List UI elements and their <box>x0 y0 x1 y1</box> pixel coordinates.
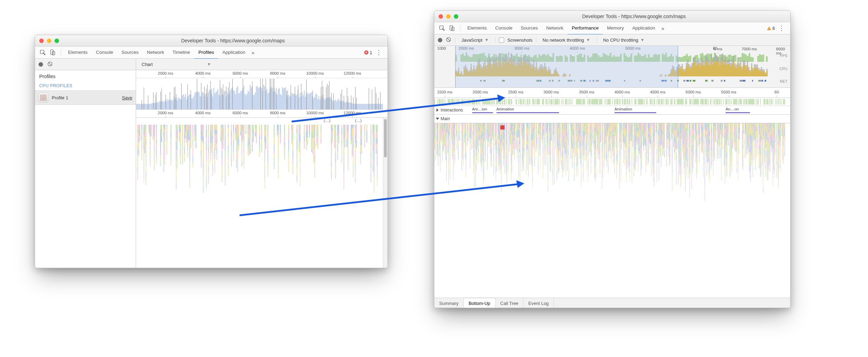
axis-tick: 6000 ms <box>233 71 248 75</box>
tab-elements[interactable]: Elements <box>64 47 92 58</box>
device-toggle-icon[interactable] <box>448 24 456 32</box>
axis-tick: 8000 ms <box>270 111 285 115</box>
disclosure-icon[interactable] <box>436 108 439 112</box>
tab-application[interactable]: Application <box>628 22 659 34</box>
profile-item[interactable]: Profile 1 Save <box>35 90 136 105</box>
overflow-chevron-icon[interactable]: » <box>249 50 256 56</box>
overview-left-tick: 1000 <box>437 46 446 50</box>
flame-top-label: (…) <box>355 118 361 123</box>
panel-tabs: ElementsConsoleSourcesNetworkTimelinePro… <box>35 47 387 59</box>
details-tab-event-log[interactable]: Event Log <box>524 298 554 308</box>
main-track-header[interactable]: Main <box>434 115 790 123</box>
zoom-axis[interactable]: 1500 ms2000 ms2500 ms3000 ms3500 ms4000 … <box>434 88 790 98</box>
axis-tick: 2000 ms <box>158 71 173 75</box>
axis-tick: 6000 ms <box>233 111 248 115</box>
tab-profiles[interactable]: Profiles <box>194 47 218 59</box>
minimize-icon[interactable] <box>47 39 51 43</box>
error-badge[interactable]: ✕1 <box>364 50 372 55</box>
window-title: Developer Tools - https://www.google.com… <box>461 14 786 19</box>
tab-performance[interactable]: Performance <box>568 22 603 35</box>
details-tabs: SummaryBottom-UpCall TreeEvent Log <box>434 298 790 308</box>
axis-tick: 4000 ms <box>195 71 210 75</box>
axis-tick: 4000 ms <box>195 111 210 115</box>
record-button[interactable] <box>39 62 43 67</box>
titlebar[interactable]: Developer Tools - https://www.google.com… <box>434 11 790 22</box>
animation-label: An…on <box>726 107 739 111</box>
inspect-icon[interactable] <box>39 48 47 57</box>
clear-button[interactable] <box>47 61 53 68</box>
settings-menu-icon[interactable]: ⋮ <box>777 24 787 32</box>
tab-network[interactable]: Network <box>143 47 168 58</box>
settings-menu-icon[interactable]: ⋮ <box>374 49 384 56</box>
axis-tick: 8000 ms <box>270 71 285 75</box>
capture-type-select[interactable]: JavaScript▼ <box>459 38 492 43</box>
zoom-icon[interactable] <box>55 39 59 43</box>
details-tab-bottom-up[interactable]: Bottom-Up <box>464 298 495 308</box>
cpu-throttle-select[interactable]: No CPU throttling▼ <box>600 38 647 43</box>
performance-toolbar: JavaScript▼ Screenshots No network throt… <box>434 34 790 46</box>
tab-elements[interactable]: Elements <box>463 22 491 34</box>
titlebar[interactable]: Developer Tools - https://www.google.com… <box>35 35 387 47</box>
tab-sources[interactable]: Sources <box>117 47 143 58</box>
animation-label: Animation <box>496 107 514 111</box>
fps-label: FPS <box>780 53 787 58</box>
window-title: Developer Tools - https://www.google.com… <box>62 38 383 43</box>
close-icon[interactable] <box>39 39 44 43</box>
overview-axis: 2000 ms4000 ms6000 ms8000 ms10000 ms1200… <box>136 70 387 78</box>
tab-memory[interactable]: Memory <box>603 22 628 34</box>
details-tab-call-tree[interactable]: Call Tree <box>495 298 524 308</box>
disclosure-icon[interactable] <box>436 118 439 120</box>
inspect-icon[interactable] <box>438 24 446 32</box>
device-toggle-icon[interactable] <box>48 48 57 57</box>
details-tab-summary[interactable]: Summary <box>434 298 464 308</box>
overview-selection[interactable] <box>455 46 678 88</box>
animation-label: Animation <box>615 107 632 111</box>
svg-rect-1 <box>51 50 53 55</box>
overflow-chevron-icon[interactable]: » <box>659 25 666 31</box>
profiles-sidebar: Profiles CPU PROFILES Profile 1 Save <box>35 59 136 268</box>
cpu-overview[interactable] <box>136 78 387 110</box>
animation-label: Ani…ion <box>472 107 487 111</box>
tab-application[interactable]: Application <box>218 47 249 58</box>
axis-tick: 10000 ms <box>306 71 324 75</box>
performance-overview[interactable]: 1000 2000 ms3000 ms4000 ms5000 ms 60 0 m… <box>434 46 790 88</box>
scrollbar[interactable] <box>383 118 387 268</box>
tab-console[interactable]: Console <box>491 22 517 34</box>
network-throttle-select[interactable]: No network throttling▼ <box>540 38 593 43</box>
flame-chart[interactable]: (…)(…) <box>136 118 387 268</box>
cpu-label: CPU <box>779 67 787 71</box>
tab-console[interactable]: Console <box>92 47 117 58</box>
profile-icon <box>39 93 48 102</box>
flame-top-label: (…) <box>324 118 330 123</box>
screenshots-checkbox[interactable] <box>499 38 504 43</box>
sidebar-subheading: CPU PROFILES <box>35 81 136 90</box>
zoom-icon[interactable] <box>454 14 458 19</box>
clear-button[interactable] <box>446 37 451 43</box>
axis-tick: 10000 ms <box>306 111 324 115</box>
zoom-axis[interactable]: 2000 ms4000 ms6000 ms8000 ms10000 ms1200… <box>136 110 387 118</box>
devtools-window-performance: Developer Tools - https://www.google.com… <box>434 10 791 308</box>
axis-tick: 12000 ms <box>344 71 361 75</box>
net-label: NET <box>780 79 787 83</box>
tab-network[interactable]: Network <box>542 22 568 34</box>
record-button[interactable] <box>438 38 442 42</box>
main-flame-chart[interactable] <box>434 123 790 298</box>
profile-save-link[interactable]: Save <box>122 95 132 100</box>
view-select[interactable]: Chart▼ <box>140 61 213 68</box>
devtools-window-profiles: Developer Tools - https://www.google.com… <box>35 35 388 268</box>
long-task-indicator <box>500 125 504 130</box>
panel-tabs: ElementsConsoleSourcesNetworkPerformance… <box>434 22 790 34</box>
tab-sources[interactable]: Sources <box>517 22 542 34</box>
sidebar-heading: Profiles <box>35 70 136 81</box>
axis-tick: 2000 ms <box>158 111 173 115</box>
svg-rect-5 <box>450 26 453 31</box>
warning-badge[interactable]: 6 <box>767 26 775 31</box>
minimize-icon[interactable] <box>446 14 451 19</box>
close-icon[interactable] <box>439 14 443 19</box>
screenshots-label: Screenshots <box>508 38 533 43</box>
frames-strip <box>434 98 790 106</box>
axis-tick: 12000 ms <box>344 111 361 115</box>
profile-name: Profile 1 <box>52 95 118 100</box>
interactions-track-header[interactable]: Interactions Ani…ionAnimationAnimationAn… <box>434 106 790 115</box>
tab-timeline[interactable]: Timeline <box>168 47 194 58</box>
